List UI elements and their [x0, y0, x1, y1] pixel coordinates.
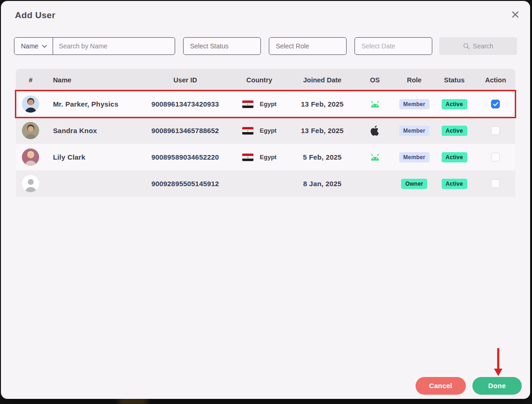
joined-date: 13 Feb, 2025	[301, 127, 344, 135]
column-header-name: Name	[46, 76, 143, 84]
users-table: #NameUser IDCountryJoined DateOSRoleStat…	[16, 69, 515, 197]
column-header--: #	[16, 76, 46, 84]
apple-icon	[370, 125, 380, 136]
column-header-role: Role	[396, 76, 433, 84]
close-icon[interactable]: ✕	[508, 7, 523, 22]
user-id: 90089589034652220	[151, 153, 219, 161]
column-header-country: Country	[228, 76, 291, 84]
role-badge: Owner	[401, 179, 427, 189]
chevron-down-icon	[42, 45, 47, 48]
table-row: Sandra Knox90089613465788652Egypt13 Feb,…	[16, 117, 515, 144]
country-label: Egypt	[260, 127, 277, 134]
row-checkbox[interactable]	[491, 153, 500, 162]
column-header-status: Status	[433, 76, 476, 84]
role-badge: Member	[399, 152, 430, 162]
egypt-flag-icon	[242, 154, 253, 161]
modal-header: Add User ✕	[1, 1, 530, 20]
modal-title: Add User	[15, 10, 516, 20]
user-name: Sandra Knox	[53, 127, 97, 135]
select-date-input[interactable]	[355, 37, 432, 55]
country-label: Egypt	[260, 154, 277, 161]
column-header-joined-date: Joined Date	[291, 76, 354, 84]
row-checkbox[interactable]	[491, 100, 500, 108]
select-status-input[interactable]	[183, 37, 261, 55]
avatar	[22, 95, 39, 113]
column-header-user-id: User ID	[143, 76, 228, 84]
os-cell	[354, 154, 396, 161]
status-badge: Active	[442, 152, 467, 162]
search-button[interactable]: Search	[439, 37, 517, 55]
row-checkbox[interactable]	[491, 126, 500, 135]
row-checkbox[interactable]	[491, 179, 500, 188]
role-badge: Member	[399, 126, 430, 136]
android-icon	[369, 101, 381, 108]
search-by-name-input[interactable]	[53, 38, 175, 54]
status-badge: Active	[442, 126, 467, 136]
table-row: Mr. Parker, Physics90089613473420933Egyp…	[16, 91, 515, 117]
add-user-modal: Add User ✕ Name Search #NameUser IDCount…	[1, 1, 530, 399]
table-row: 900928955051459128 Jan, 2025OwnerActive	[16, 170, 515, 197]
name-dropdown-label: Name	[21, 42, 38, 50]
os-cell	[354, 125, 396, 136]
user-name: Mr. Parker, Physics	[53, 100, 119, 108]
os-cell	[354, 101, 396, 108]
name-filter-dropdown[interactable]: Name	[14, 38, 53, 54]
user-id: 90089613465788652	[151, 127, 219, 135]
search-icon	[463, 43, 470, 49]
avatar	[22, 122, 39, 139]
table-row: Lily Clark90089589034652220Egypt5 Feb, 2…	[16, 144, 515, 170]
joined-date: 5 Feb, 2025	[303, 153, 341, 161]
avatar	[22, 175, 39, 192]
red-arrow-annotation	[493, 347, 503, 377]
filter-bar: Name Search	[14, 37, 517, 55]
country-cell: Egypt	[228, 154, 291, 161]
user-id: 90092895505145912	[151, 180, 219, 188]
user-name: Lily Clark	[53, 153, 86, 161]
user-id: 90089613473420933	[151, 100, 219, 108]
joined-date: 8 Jan, 2025	[303, 180, 341, 188]
android-icon	[369, 154, 381, 161]
role-badge: Member	[399, 99, 430, 109]
country-label: Egypt	[260, 101, 277, 108]
table-header-row: #NameUser IDCountryJoined DateOSRoleStat…	[16, 69, 515, 91]
country-cell: Egypt	[228, 101, 291, 108]
table-body: Mr. Parker, Physics90089613473420933Egyp…	[16, 91, 515, 197]
country-cell: Egypt	[228, 127, 291, 135]
name-search-group: Name	[14, 37, 175, 55]
joined-date: 13 Feb, 2025	[301, 100, 344, 108]
column-header-os: OS	[354, 76, 396, 84]
egypt-flag-icon	[242, 127, 253, 135]
column-header-action: Action	[476, 76, 515, 84]
status-badge: Active	[442, 179, 467, 189]
select-role-input[interactable]	[269, 37, 347, 55]
egypt-flag-icon	[242, 101, 253, 108]
cancel-button[interactable]: Cancel	[416, 377, 466, 395]
search-button-label: Search	[473, 42, 493, 50]
avatar	[22, 148, 39, 166]
done-button[interactable]: Done	[472, 377, 522, 395]
status-badge: Active	[442, 99, 467, 109]
